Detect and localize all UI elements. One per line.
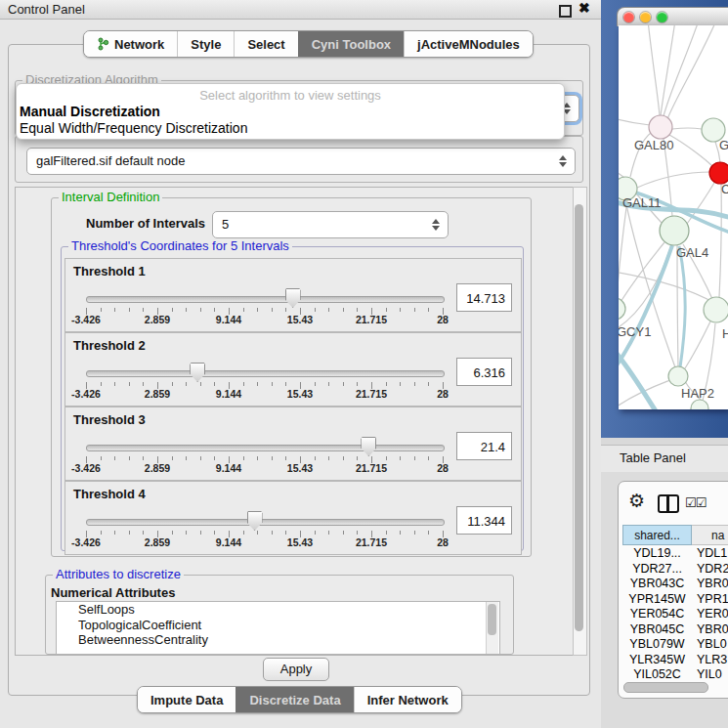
cell-shared-name[interactable]: YER054C — [622, 607, 692, 621]
list-item-betweennesscentrality[interactable]: BetweennessCentrality — [57, 632, 499, 648]
window-minimize-button[interactable] — [640, 12, 651, 22]
gear-icon[interactable]: ⚙ — [628, 490, 645, 512]
network-node-label: C — [721, 182, 728, 196]
slider-track[interactable] — [86, 296, 445, 303]
table-row[interactable]: YLR345WYLR3 — [622, 653, 728, 668]
dropdown-option-equal-width-frequency[interactable]: Equal Width/Frequency Discretization — [20, 120, 247, 136]
slider-tick — [200, 382, 201, 386]
table-scrollbar-thumb[interactable] — [623, 682, 708, 693]
threshold-2-slider-thumb[interactable] — [190, 363, 205, 382]
table-data-combobox[interactable]: galFiltered.sif default node — [26, 148, 576, 175]
window-zoom-button[interactable] — [657, 12, 667, 22]
slider-track[interactable] — [86, 370, 445, 377]
float-window-icon[interactable] — [559, 5, 572, 18]
table-row[interactable]: YPR145WYPR1 — [622, 592, 728, 608]
window-close-button[interactable] — [623, 12, 634, 22]
table-row[interactable]: YBL079WYBL0 — [622, 637, 728, 653]
cell-shared-name[interactable]: YPR145W — [622, 592, 692, 606]
network-edge — [719, 184, 721, 297]
threshold-4-value-field[interactable]: 11.344 — [456, 506, 512, 535]
threshold-1-slider-thumb[interactable] — [285, 288, 301, 308]
slider-tick-label: 28 — [413, 536, 472, 548]
column-header-name[interactable]: na — [692, 525, 728, 545]
table-row[interactable]: YDR27...YDR2 — [622, 562, 728, 578]
slider-tick — [114, 531, 115, 535]
network-node[interactable] — [649, 115, 672, 139]
tab-infer-network[interactable]: Infer Network — [354, 687, 461, 712]
cell-name[interactable]: YDR2 — [697, 562, 728, 576]
threshold-3-slider-thumb[interactable] — [361, 437, 376, 456]
close-icon[interactable]: ✖ — [578, 0, 590, 16]
cell-name[interactable]: YBR0 — [697, 622, 728, 636]
network-node[interactable] — [660, 216, 689, 245]
cell-name[interactable]: YER0 — [697, 607, 728, 621]
cell-name[interactable]: YBL0 — [697, 637, 728, 651]
list-item-topologicalcoefficient[interactable]: TopologicalCoefficient — [57, 618, 499, 633]
column-header-shared-name[interactable]: shared... — [622, 525, 692, 545]
threshold-4-slider-thumb[interactable] — [247, 511, 263, 531]
cell-name[interactable]: YDL1 — [697, 546, 728, 560]
slider-tick — [114, 456, 115, 460]
table-horizontal-scrollbar[interactable] — [622, 682, 728, 692]
table-row[interactable]: YDL19...YDL1 — [622, 546, 728, 562]
cell-name[interactable]: YIL0 — [697, 667, 728, 681]
apply-button[interactable]: Apply — [263, 658, 329, 681]
slider-tick — [386, 308, 387, 312]
number-of-intervals-combobox[interactable]: 5 — [212, 211, 449, 238]
tab-cyni-toolbox[interactable]: Cyni Toolbox — [298, 31, 404, 57]
combobox-stepper-icon[interactable] — [559, 154, 567, 168]
tab-select[interactable]: Select — [234, 31, 297, 57]
table-row[interactable]: YER054CYER0 — [622, 607, 728, 622]
slider-tick — [357, 456, 358, 460]
list-scrollbar-thumb[interactable] — [488, 604, 496, 635]
tab-jactivemnodules[interactable]: jActiveMNodules — [404, 31, 533, 57]
network-graph[interactable]: GAL80GCGAL11GAL4GCY1HHAP2 — [619, 25, 728, 409]
network-node[interactable] — [619, 298, 625, 320]
combobox-stepper-icon[interactable] — [432, 218, 440, 232]
columns-icon[interactable] — [658, 494, 679, 513]
cell-shared-name[interactable]: YBR045C — [622, 622, 692, 636]
list-scrollbar[interactable] — [486, 602, 498, 654]
network-window-titlebar[interactable] — [617, 7, 728, 26]
threshold-1-value-field[interactable]: 14.713 — [456, 283, 512, 312]
tab-discretize-data[interactable]: Discretize Data — [236, 687, 353, 712]
settings-vertical-scrollbar[interactable] — [573, 187, 587, 656]
tab-style[interactable]: Style — [177, 31, 234, 57]
slider-track[interactable] — [86, 519, 445, 526]
slider-track[interactable] — [86, 445, 445, 451]
tab-impute-data[interactable]: Impute Data — [138, 687, 236, 712]
threshold-3-value-field[interactable]: 21.4 — [456, 432, 512, 460]
tab-network[interactable]: Network — [84, 31, 177, 57]
cell-shared-name[interactable]: YBL079W — [622, 637, 692, 651]
dropdown-option-manual-discretization[interactable]: Manual Discretization — [20, 104, 160, 119]
slider-tick — [357, 531, 358, 535]
number-of-intervals-value: 5 — [222, 212, 229, 237]
numerical-attributes-list[interactable]: SelfLoopsTopologicalCoefficientBetweenne… — [56, 601, 500, 655]
network-edge — [619, 245, 672, 369]
cell-name[interactable]: YBR0 — [697, 577, 728, 590]
slider-tick — [143, 382, 144, 386]
slider-tick-label: 15.43 — [271, 462, 329, 474]
cell-shared-name[interactable]: YDR27... — [622, 562, 692, 576]
slider-tick-label: 28 — [413, 462, 472, 474]
list-item-selfloops[interactable]: SelfLoops — [57, 602, 499, 618]
panel-divider[interactable] — [601, 438, 728, 445]
cell-name[interactable]: YLR3 — [697, 653, 728, 666]
checkboxes-icon[interactable]: ☑☑ — [685, 495, 706, 510]
table-row[interactable]: YBR043CYBR0 — [622, 577, 728, 592]
network-node[interactable] — [691, 400, 708, 409]
table-row[interactable]: YBR045CYBR0 — [622, 622, 728, 638]
cell-shared-name[interactable]: YDL19... — [622, 546, 692, 560]
threshold-2-value-field[interactable]: 6.316 — [456, 358, 512, 386]
table-row[interactable]: YIL052CYIL0 — [622, 667, 728, 683]
cell-name[interactable]: YPR1 — [697, 592, 728, 606]
cell-shared-name[interactable]: YBR043C — [622, 577, 692, 590]
network-node[interactable] — [709, 162, 728, 184]
cell-shared-name[interactable]: YLR345W — [622, 653, 692, 666]
slider-tick-label: -3.426 — [57, 462, 115, 474]
network-view-canvas[interactable]: GAL80GCGAL11GAL4GCY1HHAP2 — [619, 25, 728, 409]
network-node[interactable] — [668, 366, 688, 386]
settings-scrollbar-thumb[interactable] — [575, 204, 583, 631]
cell-shared-name[interactable]: YIL052C — [622, 667, 692, 681]
network-node[interactable] — [704, 297, 728, 322]
